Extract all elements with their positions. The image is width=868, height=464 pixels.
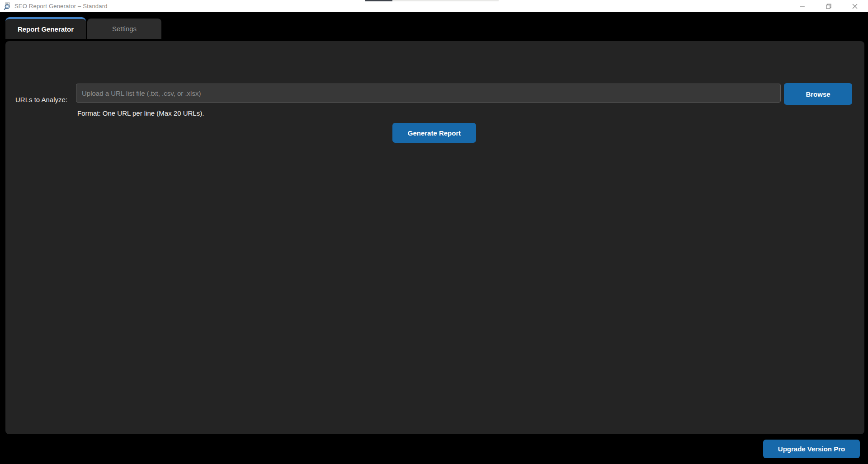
- close-button[interactable]: [842, 0, 868, 12]
- screen-edge-artifact-light: [392, 0, 499, 1]
- screen-edge-artifact-dark: [365, 0, 392, 1]
- window-title: SEO Report Generator – Standard: [14, 3, 108, 9]
- tab-settings-label: Settings: [112, 25, 137, 33]
- format-hint-text: Format: One URL per line (Max 20 URLs).: [77, 109, 204, 117]
- restore-icon: [826, 4, 831, 9]
- browse-button[interactable]: Browse: [784, 83, 852, 105]
- app-window: { "window": { "title": "SEO Report Gener…: [0, 0, 868, 464]
- window-controls: [789, 0, 868, 12]
- magnifier-document-icon: [4, 2, 11, 10]
- minimize-icon: [800, 4, 805, 9]
- titlebar[interactable]: SEO Report Generator – Standard: [0, 0, 868, 12]
- upgrade-version-pro-button[interactable]: Upgrade Version Pro: [763, 440, 860, 458]
- urls-to-analyze-label: URLs to Analyze:: [15, 96, 67, 103]
- tab-report-generator[interactable]: Report Generator: [5, 17, 86, 39]
- generate-report-button[interactable]: Generate Report: [392, 123, 476, 143]
- restore-button[interactable]: [816, 0, 842, 12]
- browse-button-label: Browse: [806, 90, 830, 98]
- tab-settings[interactable]: Settings: [87, 19, 161, 39]
- close-icon: [852, 4, 858, 9]
- report-generator-panel: URLs to Analyze: Browse Format: One URL …: [5, 41, 864, 434]
- upgrade-version-pro-label: Upgrade Version Pro: [778, 445, 845, 453]
- url-file-input[interactable]: [76, 84, 781, 103]
- tab-report-generator-label: Report Generator: [18, 25, 74, 33]
- minimize-button[interactable]: [789, 0, 816, 12]
- generate-report-button-label: Generate Report: [408, 129, 461, 137]
